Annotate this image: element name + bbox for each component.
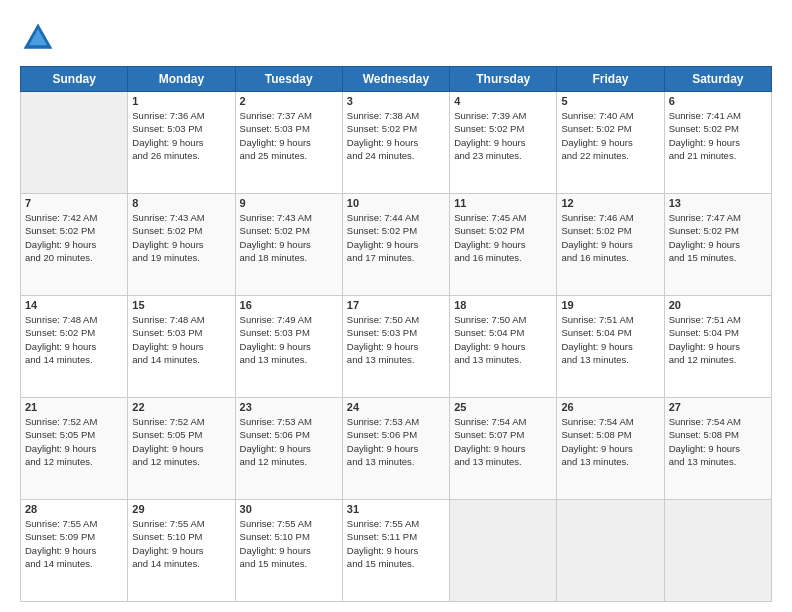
day-info: Sunrise: 7:43 AM Sunset: 5:02 PM Dayligh… [240, 211, 338, 264]
day-number: 3 [347, 95, 445, 107]
day-number: 17 [347, 299, 445, 311]
day-number: 2 [240, 95, 338, 107]
calendar-week-3: 14Sunrise: 7:48 AM Sunset: 5:02 PM Dayli… [21, 296, 772, 398]
day-info: Sunrise: 7:51 AM Sunset: 5:04 PM Dayligh… [669, 313, 767, 366]
day-info: Sunrise: 7:50 AM Sunset: 5:03 PM Dayligh… [347, 313, 445, 366]
calendar-week-1: 1Sunrise: 7:36 AM Sunset: 5:03 PM Daylig… [21, 92, 772, 194]
day-number: 10 [347, 197, 445, 209]
day-number: 7 [25, 197, 123, 209]
day-number: 5 [561, 95, 659, 107]
day-info: Sunrise: 7:54 AM Sunset: 5:08 PM Dayligh… [669, 415, 767, 468]
calendar-cell: 12Sunrise: 7:46 AM Sunset: 5:02 PM Dayli… [557, 194, 664, 296]
calendar-cell: 1Sunrise: 7:36 AM Sunset: 5:03 PM Daylig… [128, 92, 235, 194]
day-info: Sunrise: 7:50 AM Sunset: 5:04 PM Dayligh… [454, 313, 552, 366]
calendar-cell: 21Sunrise: 7:52 AM Sunset: 5:05 PM Dayli… [21, 398, 128, 500]
day-info: Sunrise: 7:41 AM Sunset: 5:02 PM Dayligh… [669, 109, 767, 162]
day-number: 19 [561, 299, 659, 311]
day-number: 8 [132, 197, 230, 209]
calendar-cell: 24Sunrise: 7:53 AM Sunset: 5:06 PM Dayli… [342, 398, 449, 500]
calendar-header-wednesday: Wednesday [342, 67, 449, 92]
calendar-cell: 8Sunrise: 7:43 AM Sunset: 5:02 PM Daylig… [128, 194, 235, 296]
day-info: Sunrise: 7:42 AM Sunset: 5:02 PM Dayligh… [25, 211, 123, 264]
day-number: 11 [454, 197, 552, 209]
calendar-cell [21, 92, 128, 194]
calendar-cell [664, 500, 771, 602]
calendar-cell: 15Sunrise: 7:48 AM Sunset: 5:03 PM Dayli… [128, 296, 235, 398]
calendar-week-4: 21Sunrise: 7:52 AM Sunset: 5:05 PM Dayli… [21, 398, 772, 500]
day-info: Sunrise: 7:44 AM Sunset: 5:02 PM Dayligh… [347, 211, 445, 264]
calendar-cell: 2Sunrise: 7:37 AM Sunset: 5:03 PM Daylig… [235, 92, 342, 194]
calendar-cell: 9Sunrise: 7:43 AM Sunset: 5:02 PM Daylig… [235, 194, 342, 296]
calendar-week-5: 28Sunrise: 7:55 AM Sunset: 5:09 PM Dayli… [21, 500, 772, 602]
day-info: Sunrise: 7:55 AM Sunset: 5:10 PM Dayligh… [132, 517, 230, 570]
calendar-cell: 20Sunrise: 7:51 AM Sunset: 5:04 PM Dayli… [664, 296, 771, 398]
calendar-header-row: SundayMondayTuesdayWednesdayThursdayFrid… [21, 67, 772, 92]
day-info: Sunrise: 7:52 AM Sunset: 5:05 PM Dayligh… [25, 415, 123, 468]
day-info: Sunrise: 7:40 AM Sunset: 5:02 PM Dayligh… [561, 109, 659, 162]
calendar-header-saturday: Saturday [664, 67, 771, 92]
day-number: 6 [669, 95, 767, 107]
calendar-cell: 11Sunrise: 7:45 AM Sunset: 5:02 PM Dayli… [450, 194, 557, 296]
day-info: Sunrise: 7:43 AM Sunset: 5:02 PM Dayligh… [132, 211, 230, 264]
day-number: 29 [132, 503, 230, 515]
day-number: 22 [132, 401, 230, 413]
calendar: SundayMondayTuesdayWednesdayThursdayFrid… [20, 66, 772, 602]
calendar-cell: 19Sunrise: 7:51 AM Sunset: 5:04 PM Dayli… [557, 296, 664, 398]
calendar-cell: 3Sunrise: 7:38 AM Sunset: 5:02 PM Daylig… [342, 92, 449, 194]
calendar-cell: 14Sunrise: 7:48 AM Sunset: 5:02 PM Dayli… [21, 296, 128, 398]
day-info: Sunrise: 7:52 AM Sunset: 5:05 PM Dayligh… [132, 415, 230, 468]
day-number: 28 [25, 503, 123, 515]
day-number: 23 [240, 401, 338, 413]
calendar-cell: 30Sunrise: 7:55 AM Sunset: 5:10 PM Dayli… [235, 500, 342, 602]
day-info: Sunrise: 7:47 AM Sunset: 5:02 PM Dayligh… [669, 211, 767, 264]
day-number: 26 [561, 401, 659, 413]
day-number: 24 [347, 401, 445, 413]
calendar-cell: 27Sunrise: 7:54 AM Sunset: 5:08 PM Dayli… [664, 398, 771, 500]
day-info: Sunrise: 7:49 AM Sunset: 5:03 PM Dayligh… [240, 313, 338, 366]
day-info: Sunrise: 7:36 AM Sunset: 5:03 PM Dayligh… [132, 109, 230, 162]
day-info: Sunrise: 7:48 AM Sunset: 5:03 PM Dayligh… [132, 313, 230, 366]
calendar-cell: 22Sunrise: 7:52 AM Sunset: 5:05 PM Dayli… [128, 398, 235, 500]
calendar-cell: 28Sunrise: 7:55 AM Sunset: 5:09 PM Dayli… [21, 500, 128, 602]
calendar-cell: 26Sunrise: 7:54 AM Sunset: 5:08 PM Dayli… [557, 398, 664, 500]
day-info: Sunrise: 7:53 AM Sunset: 5:06 PM Dayligh… [347, 415, 445, 468]
day-number: 13 [669, 197, 767, 209]
day-info: Sunrise: 7:55 AM Sunset: 5:10 PM Dayligh… [240, 517, 338, 570]
calendar-cell: 29Sunrise: 7:55 AM Sunset: 5:10 PM Dayli… [128, 500, 235, 602]
day-info: Sunrise: 7:55 AM Sunset: 5:09 PM Dayligh… [25, 517, 123, 570]
calendar-header-tuesday: Tuesday [235, 67, 342, 92]
logo [20, 20, 60, 56]
day-number: 18 [454, 299, 552, 311]
calendar-header-friday: Friday [557, 67, 664, 92]
day-info: Sunrise: 7:46 AM Sunset: 5:02 PM Dayligh… [561, 211, 659, 264]
day-info: Sunrise: 7:38 AM Sunset: 5:02 PM Dayligh… [347, 109, 445, 162]
calendar-cell: 6Sunrise: 7:41 AM Sunset: 5:02 PM Daylig… [664, 92, 771, 194]
calendar-cell: 7Sunrise: 7:42 AM Sunset: 5:02 PM Daylig… [21, 194, 128, 296]
day-info: Sunrise: 7:55 AM Sunset: 5:11 PM Dayligh… [347, 517, 445, 570]
calendar-cell: 4Sunrise: 7:39 AM Sunset: 5:02 PM Daylig… [450, 92, 557, 194]
day-number: 25 [454, 401, 552, 413]
calendar-cell: 25Sunrise: 7:54 AM Sunset: 5:07 PM Dayli… [450, 398, 557, 500]
day-number: 21 [25, 401, 123, 413]
calendar-cell: 16Sunrise: 7:49 AM Sunset: 5:03 PM Dayli… [235, 296, 342, 398]
day-number: 27 [669, 401, 767, 413]
logo-icon [20, 20, 56, 56]
calendar-cell: 10Sunrise: 7:44 AM Sunset: 5:02 PM Dayli… [342, 194, 449, 296]
day-number: 15 [132, 299, 230, 311]
day-info: Sunrise: 7:54 AM Sunset: 5:08 PM Dayligh… [561, 415, 659, 468]
day-number: 30 [240, 503, 338, 515]
calendar-cell: 23Sunrise: 7:53 AM Sunset: 5:06 PM Dayli… [235, 398, 342, 500]
day-number: 14 [25, 299, 123, 311]
calendar-cell: 17Sunrise: 7:50 AM Sunset: 5:03 PM Dayli… [342, 296, 449, 398]
day-number: 12 [561, 197, 659, 209]
calendar-cell: 18Sunrise: 7:50 AM Sunset: 5:04 PM Dayli… [450, 296, 557, 398]
day-info: Sunrise: 7:54 AM Sunset: 5:07 PM Dayligh… [454, 415, 552, 468]
day-info: Sunrise: 7:53 AM Sunset: 5:06 PM Dayligh… [240, 415, 338, 468]
calendar-cell [450, 500, 557, 602]
calendar-week-2: 7Sunrise: 7:42 AM Sunset: 5:02 PM Daylig… [21, 194, 772, 296]
day-number: 20 [669, 299, 767, 311]
calendar-cell [557, 500, 664, 602]
calendar-cell: 5Sunrise: 7:40 AM Sunset: 5:02 PM Daylig… [557, 92, 664, 194]
calendar-cell: 31Sunrise: 7:55 AM Sunset: 5:11 PM Dayli… [342, 500, 449, 602]
header [20, 20, 772, 56]
